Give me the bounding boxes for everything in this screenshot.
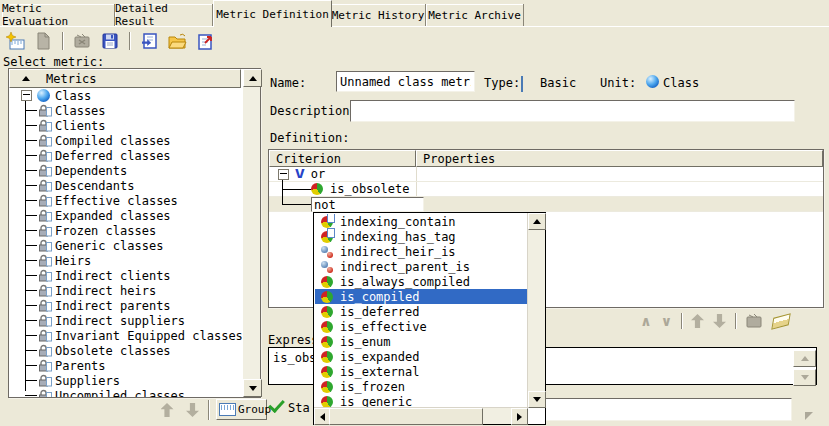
tree-item[interactable]: Clients	[9, 118, 243, 133]
tree-vertical-scrollbar[interactable]	[243, 69, 260, 397]
name-field[interactable]	[336, 71, 475, 92]
column-header-label: Properties	[423, 152, 495, 166]
expression-label: Express	[268, 333, 319, 347]
tree-column-header[interactable]: Metrics	[9, 69, 241, 88]
tree-item[interactable]: Frozen classes	[9, 223, 243, 238]
tree-item-class-root[interactable]: Class	[9, 88, 243, 103]
description-input[interactable]	[351, 101, 794, 121]
tree-item[interactable]: Uncompiled classes	[9, 388, 243, 397]
scroll-up-button[interactable]	[243, 69, 262, 87]
dropdown-item[interactable]: indirect_parent_is	[315, 259, 527, 274]
scroll-up-button[interactable]	[528, 213, 546, 230]
tree-item[interactable]: Deferred classes	[9, 148, 243, 163]
group-button[interactable]: Group	[216, 399, 267, 420]
add-or-criterion-button[interactable]: ∨	[661, 314, 672, 328]
dropdown-item[interactable]: is_effective	[315, 319, 527, 334]
tree-item-label: Indirect suppliers	[55, 314, 185, 328]
dropdown-item[interactable]: is_frozen	[315, 379, 527, 394]
dropdown-item[interactable]: indirect_heir_is	[315, 244, 527, 259]
tree-item[interactable]: Suppliers	[9, 373, 243, 388]
tree-item[interactable]: Heirs	[9, 253, 243, 268]
tab-detailed-result[interactable]: Detailed Result	[115, 4, 213, 26]
save-metric-button[interactable]	[99, 30, 121, 52]
expression-scroll-up-button[interactable]	[793, 350, 816, 367]
expression-scroll-down-button[interactable]	[793, 369, 816, 386]
scroll-down-button[interactable]	[528, 391, 546, 408]
tree-branch-line	[25, 335, 37, 336]
tree-item[interactable]: Parents	[9, 358, 243, 373]
duplicate-metric-button[interactable]	[32, 30, 54, 52]
tree-branch-line	[25, 350, 37, 351]
tab-metric-evaluation[interactable]: Metric Evaluation	[2, 4, 115, 26]
criterion-edit-input[interactable]	[312, 198, 423, 211]
name-input[interactable]	[337, 72, 474, 91]
new-metric-button[interactable]	[4, 30, 26, 52]
tree-connector-line	[282, 180, 283, 205]
scroll-down-button[interactable]	[243, 379, 262, 397]
tree-branch-line	[25, 140, 37, 141]
open-folder-icon	[167, 31, 187, 51]
description-field[interactable]	[350, 100, 795, 122]
tree-item[interactable]: Indirect clients	[9, 268, 243, 283]
move-metric-down-button[interactable]	[183, 401, 201, 419]
dropdown-vertical-scrollbar[interactable]	[527, 213, 545, 408]
tree-item[interactable]: Invariant Equipped classes	[9, 328, 243, 343]
tree-item[interactable]: Generic classes	[9, 238, 243, 253]
dropdown-item[interactable]: is_external	[315, 364, 527, 379]
dropdown-item[interactable]: indexing_contain	[315, 214, 527, 229]
locked-metric-icon	[38, 374, 52, 387]
dropdown-item-selected[interactable]: is_compiled	[315, 289, 527, 304]
criterion-column-header[interactable]: Criterion	[269, 150, 416, 167]
export-metrics-button[interactable]	[194, 30, 216, 52]
dropdown-item[interactable]: is_always_compiled	[315, 274, 527, 289]
criterion-row-is-obsolete[interactable]: is_obsolete	[269, 182, 823, 197]
collapse-icon[interactable]	[278, 169, 289, 180]
clear-definition-button[interactable]	[771, 313, 790, 330]
move-criterion-down-button[interactable]	[713, 314, 726, 328]
move-criterion-up-button[interactable]	[691, 314, 704, 328]
tab-metric-definition[interactable]: Metric Definition	[213, 0, 332, 27]
comment-field[interactable]	[532, 398, 792, 421]
tree-item[interactable]: Compiled classes	[9, 133, 243, 148]
delete-criterion-button[interactable]	[745, 313, 763, 329]
tree-item[interactable]: Classes	[9, 103, 243, 118]
arrow-up-icon	[161, 403, 174, 417]
unit-value: Class	[663, 76, 699, 90]
criterion-with-text-icon	[321, 216, 333, 228]
properties-column-header[interactable]: Properties	[416, 150, 823, 167]
move-metric-up-button[interactable]	[158, 401, 176, 419]
tree-item-label: Uncompiled classes	[55, 389, 185, 398]
criterion-edit-box[interactable]	[311, 197, 424, 212]
scroll-right-button[interactable]	[511, 408, 528, 425]
dropdown-item[interactable]: is_generic	[315, 394, 527, 407]
tree-item[interactable]: Effective classes	[9, 193, 243, 208]
comment-input[interactable]	[533, 399, 791, 420]
tree-item[interactable]: Indirect suppliers	[9, 313, 243, 328]
scrollbar-thumb[interactable]	[329, 408, 483, 425]
dropdown-item[interactable]: is_enum	[315, 334, 527, 349]
tree-item[interactable]: Dependents	[9, 163, 243, 178]
tree-item[interactable]: Indirect heirs	[9, 283, 243, 298]
tree-branch-line	[25, 170, 37, 171]
criterion-row-not-editing[interactable]	[269, 197, 823, 212]
basic-type-icon	[521, 76, 523, 92]
locked-metric-icon	[38, 269, 52, 282]
tree-item[interactable]: Descendants	[9, 178, 243, 193]
add-and-criterion-button[interactable]: ∧	[640, 314, 651, 328]
dropdown-item[interactable]: indexing_has_tag	[315, 229, 527, 244]
tree-branch-line	[25, 380, 37, 381]
dropdown-item[interactable]: is_deferred	[315, 304, 527, 319]
delete-metric-button[interactable]	[71, 30, 93, 52]
dropdown-item[interactable]: is_expanded	[315, 349, 527, 364]
tree-item[interactable]: Expanded classes	[9, 208, 243, 223]
criterion-row-or[interactable]: V or	[269, 167, 823, 182]
tree-item[interactable]: Obsolete classes	[9, 343, 243, 358]
dropdown-horizontal-scrollbar[interactable]	[314, 407, 528, 424]
collapse-icon[interactable]	[21, 90, 32, 101]
tree-item[interactable]: Indirect parents	[9, 298, 243, 313]
open-metric-file-button[interactable]	[166, 30, 188, 52]
criterion-pie-icon	[321, 336, 333, 348]
tab-metric-history[interactable]: Metric History	[331, 4, 426, 26]
import-metrics-button[interactable]	[138, 30, 160, 52]
tab-metric-archive[interactable]: Metric Archive	[426, 4, 524, 26]
